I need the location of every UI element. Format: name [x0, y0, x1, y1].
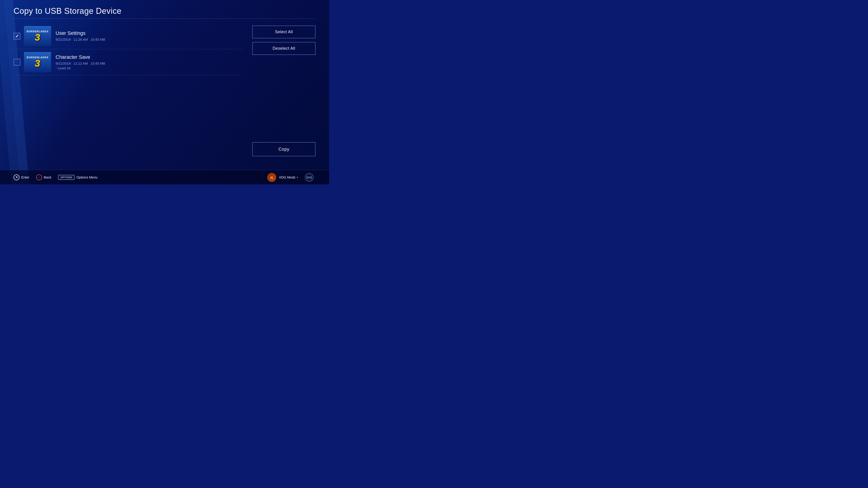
bl3-number-2: 3 [35, 59, 40, 68]
right-panel: Select All Deselect All Copy [252, 23, 315, 170]
xdg-logo-svg: XDG [303, 173, 315, 182]
control-back: ○ Back [36, 174, 51, 180]
username: XDG Modz+ [279, 175, 298, 179]
circle-button-icon: ○ [36, 174, 42, 180]
svg-text:XDG: XDG [306, 176, 312, 179]
item-info-2: Character Save 9/21/2019 11:12 AM 10.65 … [56, 54, 243, 70]
checkmark-icon: ✓ [15, 33, 19, 39]
item-date-1: 9/21/2019 [56, 37, 71, 41]
xdg-logo: XDG [303, 173, 315, 182]
options-button-icon: OPTIONS [58, 175, 74, 180]
control-enter: ✕ Enter [13, 174, 29, 180]
avatar-icon: ⚔ [270, 175, 274, 180]
x-button-icon: ✕ [13, 174, 20, 180]
page-title: Copy to USB Storage Device [13, 6, 315, 16]
checkbox-user-settings[interactable]: ✓ [13, 33, 20, 39]
avatar: ⚔ [267, 173, 276, 182]
item-time-1: 11:26 AM [73, 37, 88, 41]
item-info-1: User Settings 9/21/2019 11:26 AM 10.65 M… [56, 30, 243, 42]
item-size-2: 10.65 MB [91, 61, 105, 65]
user-info: ⚔ XDG Modz+ XDG [267, 173, 315, 182]
ps-plus-icon: + [296, 175, 298, 179]
item-name-2: Character Save [56, 54, 243, 60]
bottom-controls: ✕ Enter ○ Back OPTIONS Options Menu [13, 174, 98, 180]
enter-label: Enter [21, 175, 29, 179]
item-size-1: 10.65 MB [91, 37, 105, 41]
username-text: XDG Modz [279, 175, 296, 179]
item-detail-2: - Level 10 [56, 66, 243, 70]
item-date-2: 9/21/2019 [56, 61, 71, 65]
game-thumbnail-1: BORDERLANDS 3 [24, 26, 51, 46]
options-label: Options Menu [76, 175, 97, 179]
save-item-character-save[interactable]: BORDERLANDS 3 Character Save 9/21/2019 1… [13, 49, 243, 75]
main-content: ✓ BORDERLANDS 3 User Settings 9/21/2019 … [0, 19, 329, 170]
header: Copy to USB Storage Device [0, 0, 329, 19]
select-all-button[interactable]: Select All [252, 26, 315, 38]
save-item-user-settings[interactable]: ✓ BORDERLANDS 3 User Settings 9/21/2019 … [13, 23, 243, 49]
copy-button[interactable]: Copy [252, 142, 315, 156]
bottom-bar: ✕ Enter ○ Back OPTIONS Options Menu ⚔ XD… [0, 170, 329, 184]
bl3-number-1: 3 [35, 33, 40, 42]
control-options: OPTIONS Options Menu [58, 175, 97, 180]
item-name-1: User Settings [56, 30, 243, 36]
item-meta-2: 9/21/2019 11:12 AM 10.65 MB [56, 61, 243, 65]
game-thumbnail-2: BORDERLANDS 3 [24, 52, 51, 72]
back-label: Back [44, 175, 51, 179]
item-time-2: 11:12 AM [73, 61, 88, 65]
top-buttons: Select All Deselect All [252, 26, 315, 55]
item-meta-1: 9/21/2019 11:26 AM 10.65 MB [56, 37, 243, 41]
checkbox-character-save[interactable] [13, 59, 20, 66]
deselect-all-button[interactable]: Deselect All [252, 42, 315, 55]
items-list: ✓ BORDERLANDS 3 User Settings 9/21/2019 … [13, 23, 243, 170]
